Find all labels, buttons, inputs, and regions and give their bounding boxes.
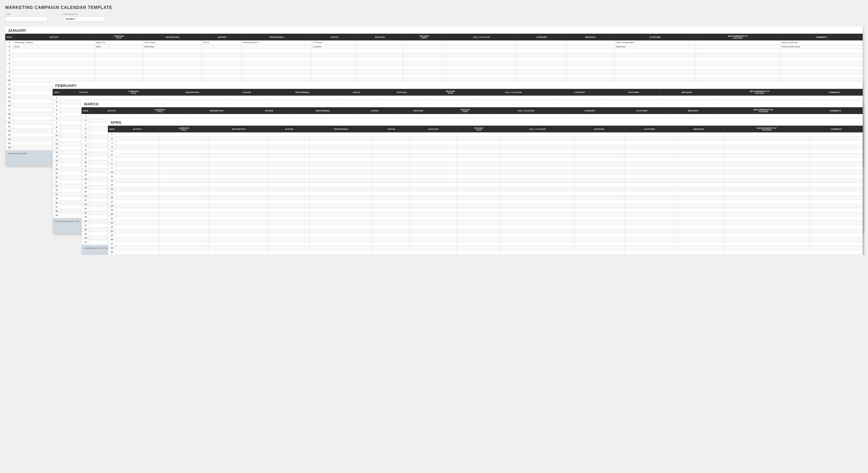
date-cell[interactable]: 9 xyxy=(53,129,61,134)
data-cell[interactable] xyxy=(310,149,373,154)
data-cell[interactable] xyxy=(457,170,501,174)
data-cell[interactable] xyxy=(674,208,723,212)
data-cell[interactable] xyxy=(373,246,410,250)
data-cell[interactable] xyxy=(674,242,723,246)
data-cell[interactable] xyxy=(208,141,269,145)
data-cell[interactable] xyxy=(674,191,723,196)
date-cell[interactable]: 15 xyxy=(53,155,61,159)
data-cell[interactable] xyxy=(566,45,614,49)
data-cell[interactable] xyxy=(574,233,624,238)
date-cell[interactable]: 27 xyxy=(53,205,61,209)
data-cell[interactable] xyxy=(810,246,863,250)
data-cell[interactable] xyxy=(517,74,566,78)
data-cell[interactable] xyxy=(373,141,410,145)
data-cell[interactable] xyxy=(624,158,674,162)
data-cell[interactable] xyxy=(159,145,208,149)
data-cell[interactable] xyxy=(312,57,357,62)
data-cell[interactable] xyxy=(159,162,208,166)
data-cell[interactable] xyxy=(574,154,624,158)
data-cell[interactable] xyxy=(501,216,574,221)
data-cell[interactable] xyxy=(501,149,574,154)
data-cell[interactable] xyxy=(501,166,574,170)
data-cell[interactable] xyxy=(373,187,410,191)
data-cell[interactable] xyxy=(410,246,457,250)
date-cell[interactable]: 26 xyxy=(108,238,116,242)
data-cell[interactable] xyxy=(501,255,574,255)
date-cell[interactable]: 12 xyxy=(53,142,61,146)
data-cell[interactable] xyxy=(410,212,457,216)
data-cell[interactable] xyxy=(723,229,810,233)
data-cell[interactable] xyxy=(410,250,457,255)
data-cell[interactable] xyxy=(574,212,624,216)
data-cell[interactable] xyxy=(159,137,208,141)
data-cell[interactable] xyxy=(488,114,564,118)
data-cell[interactable] xyxy=(116,250,159,255)
data-cell[interactable] xyxy=(373,166,410,170)
data-cell[interactable] xyxy=(95,49,143,53)
data-cell[interactable] xyxy=(202,49,242,53)
data-cell[interactable] xyxy=(806,96,863,100)
data-cell[interactable] xyxy=(719,114,808,118)
data-cell[interactable] xyxy=(373,200,410,204)
date-cell[interactable]: 10 xyxy=(82,152,90,156)
date-cell[interactable]: 14 xyxy=(53,150,61,155)
data-cell[interactable] xyxy=(185,114,248,118)
data-cell[interactable] xyxy=(553,96,607,100)
date-cell[interactable]: 20 xyxy=(5,120,13,125)
data-cell[interactable] xyxy=(810,145,863,149)
data-cell[interactable] xyxy=(624,250,674,255)
data-cell[interactable] xyxy=(723,132,810,137)
data-cell[interactable] xyxy=(116,183,159,187)
data-cell[interactable]: Send to production xyxy=(780,40,863,45)
date-cell[interactable]: 7 xyxy=(5,66,13,70)
data-cell[interactable] xyxy=(159,196,208,200)
data-cell[interactable] xyxy=(780,70,863,74)
data-cell[interactable] xyxy=(310,179,373,183)
data-cell[interactable] xyxy=(574,216,624,221)
data-cell[interactable] xyxy=(242,49,312,53)
data-cell[interactable] xyxy=(674,162,723,166)
data-cell[interactable] xyxy=(723,187,810,191)
data-cell[interactable] xyxy=(61,96,107,100)
data-cell[interactable] xyxy=(457,183,501,187)
data-cell[interactable] xyxy=(501,200,574,204)
data-cell[interactable] xyxy=(810,170,863,174)
data-cell[interactable] xyxy=(242,66,312,70)
data-cell[interactable] xyxy=(310,216,373,221)
data-cell[interactable] xyxy=(410,233,457,238)
data-cell[interactable] xyxy=(810,216,863,221)
data-cell[interactable] xyxy=(95,57,143,62)
date-cell[interactable]: 27 xyxy=(108,242,116,246)
data-cell[interactable] xyxy=(208,216,269,221)
data-cell[interactable] xyxy=(501,212,574,216)
data-cell[interactable] xyxy=(574,187,624,191)
data-cell[interactable] xyxy=(208,191,269,196)
data-cell[interactable] xyxy=(116,255,159,255)
data-cell[interactable] xyxy=(357,53,403,57)
date-cell[interactable]: 4 xyxy=(108,145,116,149)
data-cell[interactable] xyxy=(723,166,810,170)
date-cell[interactable]: 22 xyxy=(108,221,116,225)
data-cell[interactable] xyxy=(310,208,373,212)
data-cell[interactable] xyxy=(410,229,457,233)
data-cell[interactable] xyxy=(624,145,674,149)
data-cell[interactable] xyxy=(403,40,446,45)
data-cell[interactable] xyxy=(269,250,310,255)
data-cell[interactable] xyxy=(624,137,674,141)
data-cell[interactable] xyxy=(457,166,501,170)
data-cell[interactable] xyxy=(116,162,159,166)
data-cell[interactable] xyxy=(159,233,208,238)
data-cell[interactable] xyxy=(446,66,517,70)
data-cell[interactable] xyxy=(674,154,723,158)
data-cell[interactable]: Public Transportation xyxy=(614,40,696,45)
data-cell[interactable] xyxy=(373,212,410,216)
data-cell[interactable] xyxy=(574,204,624,208)
data-cell[interactable] xyxy=(810,238,863,242)
data-cell[interactable] xyxy=(607,96,660,100)
data-cell[interactable] xyxy=(116,225,159,229)
data-cell[interactable] xyxy=(810,229,863,233)
data-cell[interactable] xyxy=(574,132,624,137)
data-cell[interactable] xyxy=(410,145,457,149)
data-cell[interactable] xyxy=(457,221,501,225)
date-cell[interactable]: 4 xyxy=(53,108,61,112)
